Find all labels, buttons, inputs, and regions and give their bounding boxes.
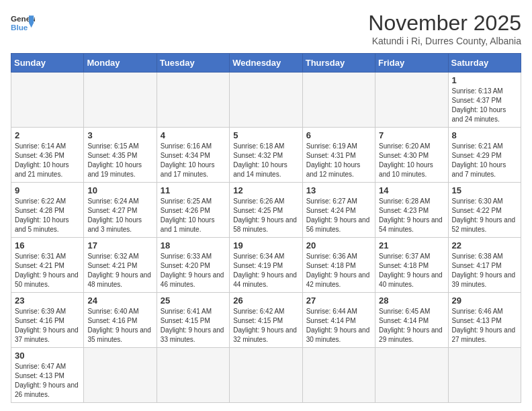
calendar-cell: 19Sunrise: 6:34 AMSunset: 4:19 PMDayligh… [230,238,302,293]
day-number: 18 [161,240,226,250]
calendar-cell: 21Sunrise: 6:37 AMSunset: 4:18 PMDayligh… [375,238,448,293]
col-header-tuesday: Tuesday [157,54,229,73]
calendar-cell [448,348,521,403]
day-info: Sunrise: 6:14 AMSunset: 4:36 PMDaylight:… [15,142,80,179]
calendar-cell: 30Sunrise: 6:47 AMSunset: 4:13 PMDayligh… [11,348,84,403]
day-number: 29 [452,295,517,306]
day-number: 27 [306,295,371,306]
day-number: 13 [306,185,371,195]
calendar-cell: 24Sunrise: 6:40 AMSunset: 4:16 PMDayligh… [84,293,157,348]
day-number: 8 [452,130,517,140]
calendar-cell: 14Sunrise: 6:28 AMSunset: 4:23 PMDayligh… [375,183,448,238]
calendar-cell [302,348,375,403]
calendar-cell [302,73,375,128]
calendar-cell: 7Sunrise: 6:20 AMSunset: 4:30 PMDaylight… [375,128,448,183]
day-info: Sunrise: 6:39 AMSunset: 4:16 PMDaylight:… [15,307,80,345]
day-info: Sunrise: 6:34 AMSunset: 4:19 PMDaylight:… [233,252,298,289]
day-info: Sunrise: 6:31 AMSunset: 4:21 PMDaylight:… [15,252,80,289]
svg-text:Blue: Blue [11,23,28,32]
col-header-wednesday: Wednesday [230,54,302,73]
calendar-week-6: 30Sunrise: 6:47 AMSunset: 4:13 PMDayligh… [11,348,521,403]
col-header-friday: Friday [375,54,448,73]
calendar-cell: 12Sunrise: 6:26 AMSunset: 4:25 PMDayligh… [230,183,302,238]
day-number: 25 [161,295,226,306]
col-header-sunday: Sunday [11,54,84,73]
day-info: Sunrise: 6:32 AMSunset: 4:21 PMDaylight:… [87,252,152,289]
calendar-week-3: 9Sunrise: 6:22 AMSunset: 4:28 PMDaylight… [11,183,521,238]
day-info: Sunrise: 6:38 AMSunset: 4:17 PMDaylight:… [452,252,517,289]
calendar-cell: 27Sunrise: 6:44 AMSunset: 4:14 PMDayligh… [302,293,375,348]
day-info: Sunrise: 6:25 AMSunset: 4:26 PMDaylight:… [161,197,226,234]
calendar-header-row: SundayMondayTuesdayWednesdayThursdayFrid… [11,54,521,73]
logo-icon: General Blue [11,11,35,35]
calendar: SundayMondayTuesdayWednesdayThursdayFrid… [11,53,521,403]
calendar-cell: 8Sunrise: 6:21 AMSunset: 4:29 PMDaylight… [448,128,521,183]
day-number: 23 [15,295,80,306]
calendar-week-1: 1Sunrise: 6:13 AMSunset: 4:37 PMDaylight… [11,73,521,128]
day-info: Sunrise: 6:22 AMSunset: 4:28 PMDaylight:… [15,197,80,234]
day-info: Sunrise: 6:45 AMSunset: 4:14 PMDaylight:… [379,307,444,345]
day-info: Sunrise: 6:24 AMSunset: 4:27 PMDaylight:… [87,197,152,234]
calendar-cell [157,73,229,128]
day-info: Sunrise: 6:15 AMSunset: 4:35 PMDaylight:… [87,142,152,179]
col-header-thursday: Thursday [302,54,375,73]
day-number: 28 [379,295,444,306]
day-number: 30 [15,351,80,361]
calendar-cell: 3Sunrise: 6:15 AMSunset: 4:35 PMDaylight… [84,128,157,183]
day-number: 7 [379,130,444,140]
header: General Blue November 2025 Katundi i Ri,… [11,11,521,46]
calendar-cell [157,348,229,403]
calendar-cell: 23Sunrise: 6:39 AMSunset: 4:16 PMDayligh… [11,293,84,348]
calendar-cell [84,73,157,128]
col-header-monday: Monday [84,54,157,73]
calendar-cell [84,348,157,403]
calendar-cell: 5Sunrise: 6:18 AMSunset: 4:32 PMDaylight… [230,128,302,183]
day-info: Sunrise: 6:44 AMSunset: 4:14 PMDaylight:… [306,307,371,345]
calendar-cell: 17Sunrise: 6:32 AMSunset: 4:21 PMDayligh… [84,238,157,293]
day-info: Sunrise: 6:13 AMSunset: 4:37 PMDaylight:… [452,87,517,124]
day-info: Sunrise: 6:33 AMSunset: 4:20 PMDaylight:… [161,252,226,289]
calendar-week-2: 2Sunrise: 6:14 AMSunset: 4:36 PMDaylight… [11,128,521,183]
day-number: 12 [233,185,298,195]
day-number: 26 [233,295,298,306]
day-number: 21 [379,240,444,250]
day-info: Sunrise: 6:41 AMSunset: 4:15 PMDaylight:… [161,307,226,345]
calendar-cell: 11Sunrise: 6:25 AMSunset: 4:26 PMDayligh… [157,183,229,238]
calendar-cell [375,348,448,403]
day-number: 16 [15,240,80,250]
svg-marker-3 [29,23,34,28]
calendar-cell: 2Sunrise: 6:14 AMSunset: 4:36 PMDaylight… [11,128,84,183]
calendar-cell: 29Sunrise: 6:46 AMSunset: 4:13 PMDayligh… [448,293,521,348]
calendar-cell: 4Sunrise: 6:16 AMSunset: 4:34 PMDaylight… [157,128,229,183]
day-info: Sunrise: 6:16 AMSunset: 4:34 PMDaylight:… [161,142,226,179]
day-number: 22 [452,240,517,250]
day-number: 15 [452,185,517,195]
calendar-cell: 26Sunrise: 6:42 AMSunset: 4:15 PMDayligh… [230,293,302,348]
calendar-cell [11,73,84,128]
title-area: November 2025 Katundi i Ri, Durres Count… [368,11,521,46]
calendar-cell: 18Sunrise: 6:33 AMSunset: 4:20 PMDayligh… [157,238,229,293]
day-info: Sunrise: 6:47 AMSunset: 4:13 PMDaylight:… [15,362,80,400]
month-title: November 2025 [368,11,521,36]
day-info: Sunrise: 6:42 AMSunset: 4:15 PMDaylight:… [233,307,298,345]
day-info: Sunrise: 6:19 AMSunset: 4:31 PMDaylight:… [306,142,371,179]
calendar-cell: 20Sunrise: 6:36 AMSunset: 4:18 PMDayligh… [302,238,375,293]
day-info: Sunrise: 6:36 AMSunset: 4:18 PMDaylight:… [306,252,371,289]
day-number: 17 [87,240,152,250]
day-number: 3 [87,130,152,140]
day-info: Sunrise: 6:30 AMSunset: 4:22 PMDaylight:… [452,197,517,234]
day-number: 24 [87,295,152,306]
day-info: Sunrise: 6:40 AMSunset: 4:16 PMDaylight:… [87,307,152,345]
day-info: Sunrise: 6:27 AMSunset: 4:24 PMDaylight:… [306,197,371,234]
calendar-cell: 13Sunrise: 6:27 AMSunset: 4:24 PMDayligh… [302,183,375,238]
day-info: Sunrise: 6:18 AMSunset: 4:32 PMDaylight:… [233,142,298,179]
day-number: 2 [15,130,80,140]
calendar-cell: 10Sunrise: 6:24 AMSunset: 4:27 PMDayligh… [84,183,157,238]
calendar-cell: 22Sunrise: 6:38 AMSunset: 4:17 PMDayligh… [448,238,521,293]
day-number: 6 [306,130,371,140]
calendar-cell: 1Sunrise: 6:13 AMSunset: 4:37 PMDaylight… [448,73,521,128]
day-info: Sunrise: 6:46 AMSunset: 4:13 PMDaylight:… [452,307,517,345]
calendar-cell: 25Sunrise: 6:41 AMSunset: 4:15 PMDayligh… [157,293,229,348]
day-info: Sunrise: 6:37 AMSunset: 4:18 PMDaylight:… [379,252,444,289]
day-number: 10 [87,185,152,195]
